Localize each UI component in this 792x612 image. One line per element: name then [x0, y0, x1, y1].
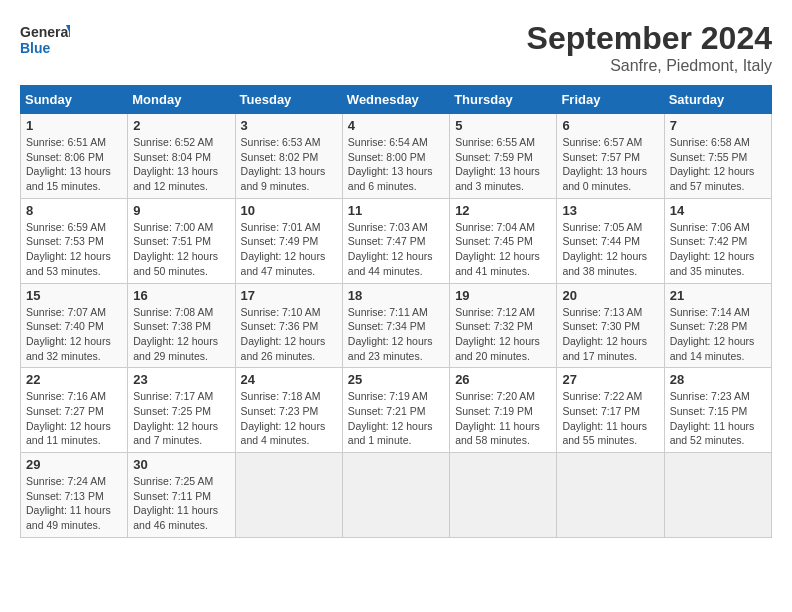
day-info: Sunrise: 6:54 AMSunset: 8:00 PMDaylight:…: [348, 136, 433, 192]
logo-svg: General Blue: [20, 20, 70, 60]
day-cell: 26 Sunrise: 7:20 AMSunset: 7:19 PMDaylig…: [450, 368, 557, 453]
day-cell: 17 Sunrise: 7:10 AMSunset: 7:36 PMDaylig…: [235, 283, 342, 368]
svg-text:Blue: Blue: [20, 40, 51, 56]
day-info: Sunrise: 7:06 AMSunset: 7:42 PMDaylight:…: [670, 221, 755, 277]
day-number: 27: [562, 372, 658, 387]
week-row-4: 22 Sunrise: 7:16 AMSunset: 7:27 PMDaylig…: [21, 368, 772, 453]
day-info: Sunrise: 7:24 AMSunset: 7:13 PMDaylight:…: [26, 475, 111, 531]
day-number: 21: [670, 288, 766, 303]
day-info: Sunrise: 7:05 AMSunset: 7:44 PMDaylight:…: [562, 221, 647, 277]
day-cell: 7 Sunrise: 6:58 AMSunset: 7:55 PMDayligh…: [664, 114, 771, 199]
day-info: Sunrise: 7:14 AMSunset: 7:28 PMDaylight:…: [670, 306, 755, 362]
column-header-monday: Monday: [128, 86, 235, 114]
day-info: Sunrise: 6:57 AMSunset: 7:57 PMDaylight:…: [562, 136, 647, 192]
column-header-sunday: Sunday: [21, 86, 128, 114]
day-cell: [342, 453, 449, 538]
day-info: Sunrise: 7:17 AMSunset: 7:25 PMDaylight:…: [133, 390, 218, 446]
svg-text:General: General: [20, 24, 70, 40]
day-info: Sunrise: 7:11 AMSunset: 7:34 PMDaylight:…: [348, 306, 433, 362]
day-number: 18: [348, 288, 444, 303]
day-info: Sunrise: 6:52 AMSunset: 8:04 PMDaylight:…: [133, 136, 218, 192]
week-row-2: 8 Sunrise: 6:59 AMSunset: 7:53 PMDayligh…: [21, 198, 772, 283]
day-number: 26: [455, 372, 551, 387]
day-number: 14: [670, 203, 766, 218]
day-cell: 1 Sunrise: 6:51 AMSunset: 8:06 PMDayligh…: [21, 114, 128, 199]
day-info: Sunrise: 7:10 AMSunset: 7:36 PMDaylight:…: [241, 306, 326, 362]
day-info: Sunrise: 7:03 AMSunset: 7:47 PMDaylight:…: [348, 221, 433, 277]
day-cell: [664, 453, 771, 538]
day-info: Sunrise: 6:59 AMSunset: 7:53 PMDaylight:…: [26, 221, 111, 277]
day-cell: 20 Sunrise: 7:13 AMSunset: 7:30 PMDaylig…: [557, 283, 664, 368]
day-number: 17: [241, 288, 337, 303]
day-number: 24: [241, 372, 337, 387]
day-cell: 21 Sunrise: 7:14 AMSunset: 7:28 PMDaylig…: [664, 283, 771, 368]
day-number: 6: [562, 118, 658, 133]
month-title: September 2024: [527, 20, 772, 57]
week-row-5: 29 Sunrise: 7:24 AMSunset: 7:13 PMDaylig…: [21, 453, 772, 538]
day-number: 16: [133, 288, 229, 303]
day-cell: 25 Sunrise: 7:19 AMSunset: 7:21 PMDaylig…: [342, 368, 449, 453]
day-info: Sunrise: 7:18 AMSunset: 7:23 PMDaylight:…: [241, 390, 326, 446]
day-number: 11: [348, 203, 444, 218]
day-cell: 10 Sunrise: 7:01 AMSunset: 7:49 PMDaylig…: [235, 198, 342, 283]
day-info: Sunrise: 7:23 AMSunset: 7:15 PMDaylight:…: [670, 390, 755, 446]
day-info: Sunrise: 7:07 AMSunset: 7:40 PMDaylight:…: [26, 306, 111, 362]
day-cell: 29 Sunrise: 7:24 AMSunset: 7:13 PMDaylig…: [21, 453, 128, 538]
day-cell: 4 Sunrise: 6:54 AMSunset: 8:00 PMDayligh…: [342, 114, 449, 199]
day-cell: 15 Sunrise: 7:07 AMSunset: 7:40 PMDaylig…: [21, 283, 128, 368]
header-row: SundayMondayTuesdayWednesdayThursdayFrid…: [21, 86, 772, 114]
day-number: 8: [26, 203, 122, 218]
day-cell: 12 Sunrise: 7:04 AMSunset: 7:45 PMDaylig…: [450, 198, 557, 283]
day-info: Sunrise: 6:55 AMSunset: 7:59 PMDaylight:…: [455, 136, 540, 192]
day-number: 10: [241, 203, 337, 218]
day-info: Sunrise: 7:22 AMSunset: 7:17 PMDaylight:…: [562, 390, 647, 446]
day-info: Sunrise: 7:19 AMSunset: 7:21 PMDaylight:…: [348, 390, 433, 446]
day-number: 25: [348, 372, 444, 387]
day-number: 2: [133, 118, 229, 133]
day-number: 1: [26, 118, 122, 133]
day-number: 5: [455, 118, 551, 133]
day-number: 4: [348, 118, 444, 133]
day-info: Sunrise: 7:25 AMSunset: 7:11 PMDaylight:…: [133, 475, 218, 531]
header: General Blue September 2024 Sanfre, Pied…: [20, 20, 772, 75]
column-header-friday: Friday: [557, 86, 664, 114]
day-number: 23: [133, 372, 229, 387]
day-info: Sunrise: 7:01 AMSunset: 7:49 PMDaylight:…: [241, 221, 326, 277]
day-info: Sunrise: 7:08 AMSunset: 7:38 PMDaylight:…: [133, 306, 218, 362]
day-cell: 18 Sunrise: 7:11 AMSunset: 7:34 PMDaylig…: [342, 283, 449, 368]
day-cell: [235, 453, 342, 538]
day-number: 20: [562, 288, 658, 303]
day-number: 7: [670, 118, 766, 133]
day-info: Sunrise: 7:00 AMSunset: 7:51 PMDaylight:…: [133, 221, 218, 277]
day-cell: 14 Sunrise: 7:06 AMSunset: 7:42 PMDaylig…: [664, 198, 771, 283]
day-cell: 5 Sunrise: 6:55 AMSunset: 7:59 PMDayligh…: [450, 114, 557, 199]
day-number: 12: [455, 203, 551, 218]
day-number: 3: [241, 118, 337, 133]
day-number: 29: [26, 457, 122, 472]
day-number: 30: [133, 457, 229, 472]
day-cell: 8 Sunrise: 6:59 AMSunset: 7:53 PMDayligh…: [21, 198, 128, 283]
day-info: Sunrise: 7:13 AMSunset: 7:30 PMDaylight:…: [562, 306, 647, 362]
day-cell: 27 Sunrise: 7:22 AMSunset: 7:17 PMDaylig…: [557, 368, 664, 453]
week-row-1: 1 Sunrise: 6:51 AMSunset: 8:06 PMDayligh…: [21, 114, 772, 199]
subtitle: Sanfre, Piedmont, Italy: [527, 57, 772, 75]
day-cell: 16 Sunrise: 7:08 AMSunset: 7:38 PMDaylig…: [128, 283, 235, 368]
column-header-saturday: Saturday: [664, 86, 771, 114]
day-cell: 28 Sunrise: 7:23 AMSunset: 7:15 PMDaylig…: [664, 368, 771, 453]
day-number: 13: [562, 203, 658, 218]
day-cell: 2 Sunrise: 6:52 AMSunset: 8:04 PMDayligh…: [128, 114, 235, 199]
day-number: 22: [26, 372, 122, 387]
logo: General Blue: [20, 20, 70, 60]
day-cell: [557, 453, 664, 538]
day-info: Sunrise: 7:16 AMSunset: 7:27 PMDaylight:…: [26, 390, 111, 446]
day-cell: [450, 453, 557, 538]
day-cell: 24 Sunrise: 7:18 AMSunset: 7:23 PMDaylig…: [235, 368, 342, 453]
day-cell: 30 Sunrise: 7:25 AMSunset: 7:11 PMDaylig…: [128, 453, 235, 538]
day-info: Sunrise: 7:12 AMSunset: 7:32 PMDaylight:…: [455, 306, 540, 362]
day-cell: 23 Sunrise: 7:17 AMSunset: 7:25 PMDaylig…: [128, 368, 235, 453]
week-row-3: 15 Sunrise: 7:07 AMSunset: 7:40 PMDaylig…: [21, 283, 772, 368]
day-info: Sunrise: 6:51 AMSunset: 8:06 PMDaylight:…: [26, 136, 111, 192]
day-number: 15: [26, 288, 122, 303]
column-header-tuesday: Tuesday: [235, 86, 342, 114]
day-number: 9: [133, 203, 229, 218]
